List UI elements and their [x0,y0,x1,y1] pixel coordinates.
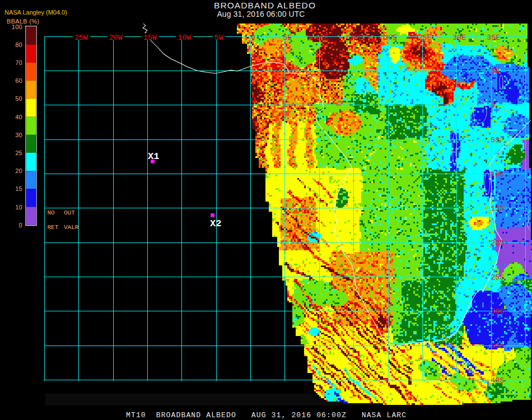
svg-text:5S: 5S [491,136,500,144]
svg-text:BROADBAND ALBEDO: BROADBAND ALBEDO [214,1,316,10]
svg-text:5N: 5N [491,67,500,76]
svg-text:0: 0 [19,222,22,228]
svg-text:25: 25 [15,150,22,156]
svg-text:20: 20 [15,167,22,174]
svg-text:50: 50 [15,95,22,102]
svg-text:20S: 20S [491,239,505,248]
svg-text:30S: 30S [491,307,505,316]
svg-text:20W: 20W [109,34,123,42]
svg-text:30: 30 [15,132,22,138]
svg-text:10E: 10E [315,34,329,42]
svg-text:Aug 31, 2016 06:00 UTC: Aug 31, 2016 06:00 UTC [217,10,305,18]
svg-text:X1: X1 [148,151,159,162]
svg-text:25W: 25W [74,34,88,42]
svg-text:15S: 15S [491,204,505,213]
svg-text:X2: X2 [210,218,221,229]
svg-text:NO: NO [48,209,55,216]
svg-text:15W: 15W [143,34,157,42]
svg-text:35S: 35S [491,342,505,351]
svg-text:0: 0 [251,34,255,42]
svg-text:10S: 10S [491,170,505,179]
svg-text:60: 60 [15,77,22,84]
svg-text:0: 0 [491,101,496,110]
svg-text:10: 10 [15,204,22,211]
svg-text:15E: 15E [349,34,363,42]
svg-text:RET: RET [48,224,59,231]
svg-text:35E: 35E [487,34,501,42]
svg-text:25E: 25E [418,34,432,42]
svg-text:OUT: OUT [64,209,75,216]
svg-text:NASA Langley (M04.0): NASA Langley (M04.0) [4,9,67,16]
svg-text:40: 40 [15,114,22,120]
svg-text:15: 15 [15,185,22,192]
svg-text:VALR: VALR [64,224,79,231]
svg-text:30E: 30E [452,34,466,42]
svg-text:70: 70 [15,59,22,66]
svg-text:10W: 10W [178,34,191,42]
svg-text:5W: 5W [214,34,223,42]
svg-text:5E: 5E [283,34,292,42]
svg-text:25S: 25S [491,273,505,282]
svg-text:40S: 40S [491,376,505,385]
svg-text:100: 100 [12,24,22,30]
svg-text:20E: 20E [384,34,398,42]
svg-text:MT10 BROADBAND ALBEDO AUG 3: MT10 BROADBAND ALBEDO AUG 31, 2016 06:00… [126,411,407,419]
svg-text:80: 80 [15,41,22,48]
